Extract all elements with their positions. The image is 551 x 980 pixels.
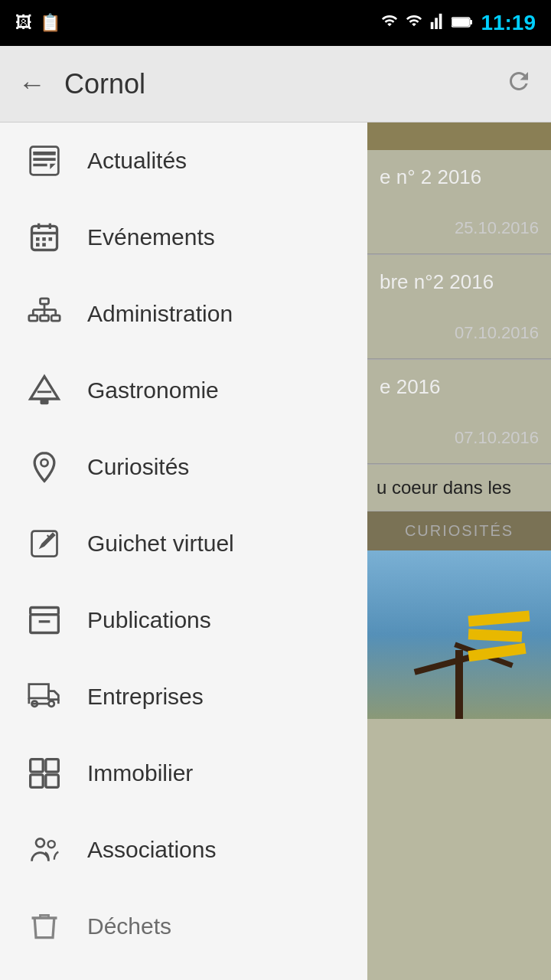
svg-rect-1 [435,18,439,29]
curiosites-image [367,550,551,719]
evenements-label: Evénements [87,224,215,250]
publications-label: Publications [87,607,211,633]
svg-rect-12 [36,237,40,241]
associations-label: Associations [87,837,216,863]
sign-cluster [468,613,530,658]
svg-point-46 [48,841,55,848]
calendar-icon [23,216,66,259]
sidebar-item-associations[interactable]: Associations [0,812,367,888]
status-bar: 🖼 📋 11:19 [0,0,551,46]
truck-icon [23,675,66,718]
sidebar-item-administration[interactable]: Administration [0,276,367,352]
clipboard-icon: 📋 [40,13,60,33]
signal-icon [381,12,398,34]
svg-rect-5 [452,18,469,26]
content-bottom-text: u coeur dans les [377,477,542,498]
content-date-3: 07.10.2016 [380,428,539,448]
sidebar-item-evenements[interactable]: Evénements [0,199,367,276]
svg-rect-42 [46,760,58,773]
sidebar-item-immobilier[interactable]: Immobilier [0,735,367,812]
location-pin-icon [23,446,66,488]
svg-rect-27 [41,399,49,404]
edit-icon [23,522,66,565]
image-icon: 🖼 [15,13,32,33]
newspaper-icon [23,139,66,182]
sidebar-item-actualites[interactable]: Actualités [0,122,367,199]
svg-rect-15 [36,243,40,247]
actualites-label: Actualités [87,148,187,174]
app-bar: ← Cornol [0,46,551,122]
svg-rect-13 [42,237,46,241]
curiosites-badge: CURIOSITÉS [367,511,551,550]
sidebar: Actualités Evénements [0,122,367,980]
sidebar-item-gastronomie[interactable]: Gastronomie [0,352,367,429]
guichet-virtuel-label: Guichet virtuel [87,531,234,557]
svg-rect-19 [41,315,49,321]
svg-point-45 [36,838,44,847]
svg-rect-14 [49,237,53,241]
content-header-bar [367,122,551,150]
svg-point-36 [49,701,54,707]
main-layout: Actualités Evénements [0,122,551,980]
filter-icon [23,369,66,412]
back-button[interactable]: ← [18,68,46,100]
svg-rect-4 [470,20,472,24]
content-title-2: bre n°2 2016 [380,270,539,294]
curiosites-label: Curiosités [87,454,189,480]
svg-point-29 [41,459,47,466]
svg-rect-16 [42,243,46,247]
dechets-label: Déchets [87,913,171,939]
sidebar-item-curiosites[interactable]: Curiosités [0,429,367,505]
refresh-button[interactable] [505,67,533,101]
sign-2 [468,629,523,642]
administration-label: Administration [87,301,233,327]
org-chart-icon [23,292,66,335]
sign-1 [468,611,530,627]
wifi-icon [406,12,422,34]
badge-text: CURIOSITÉS [377,522,542,540]
content-title-1: e n° 2 2016 [380,165,539,189]
content-panel: e n° 2 2016 25.10.2016 bre n°2 2016 07.1… [367,122,551,980]
content-item-3: e 2016 07.10.2016 [367,360,551,464]
content-item-2: bre n°2 2016 07.10.2016 [367,255,551,359]
content-item-1: e n° 2 2016 25.10.2016 [367,150,551,254]
svg-rect-41 [31,760,43,773]
sidebar-item-publications[interactable]: Publications [0,582,367,658]
svg-rect-33 [31,615,59,633]
sidebar-item-dechets[interactable]: Déchets [0,888,367,965]
svg-marker-26 [31,377,59,399]
status-bar-right-icons: 11:19 [381,11,536,35]
gastronomie-label: Gastronomie [87,377,219,403]
archive-icon [23,599,66,642]
entreprises-label: Entreprises [87,684,204,710]
content-date-1: 25.10.2016 [380,218,539,238]
sidebar-item-guichet-virtuel[interactable]: Guichet virtuel [0,505,367,582]
battery-icon [452,13,473,33]
grid-icon [23,752,66,795]
trash-icon [23,905,66,948]
svg-rect-18 [29,315,37,321]
content-date-2: 07.10.2016 [380,323,539,343]
status-time: 11:19 [481,11,536,35]
svg-rect-20 [51,315,60,321]
content-title-3: e 2016 [380,375,539,399]
app-title: Cornol [64,68,145,100]
svg-rect-2 [439,14,442,29]
network-icon [430,12,444,34]
svg-rect-44 [46,775,58,788]
svg-rect-17 [41,299,49,304]
svg-rect-0 [431,22,434,29]
svg-rect-43 [31,775,43,788]
sidebar-item-entreprises[interactable]: Entreprises [0,658,367,735]
people-icon [23,828,66,871]
status-bar-left-icons: 🖼 📋 [15,13,60,33]
immobilier-label: Immobilier [87,760,193,786]
content-bottom-text-item: u coeur dans les [367,465,551,511]
